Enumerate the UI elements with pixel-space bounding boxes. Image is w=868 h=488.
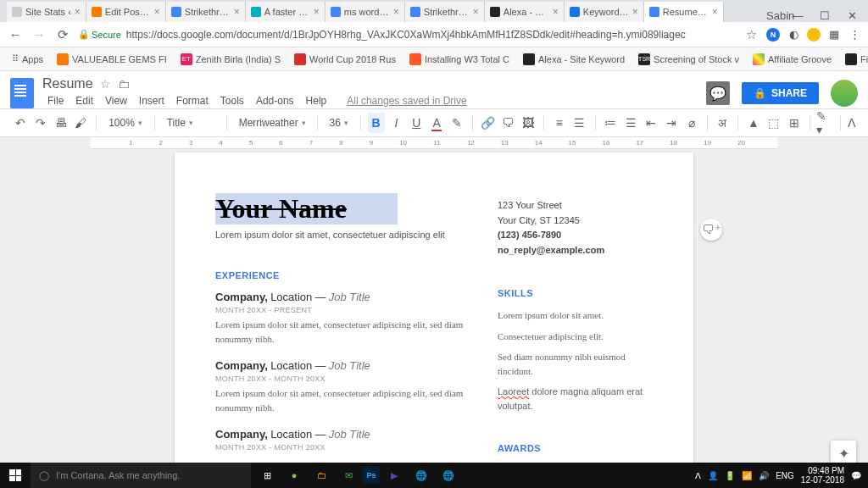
bookmark-item[interactable]: Fixya.com Traffic, De <box>840 52 868 67</box>
toolbar-extra-icon[interactable]: ▲ <box>745 113 762 133</box>
taskbar-app-icon[interactable]: 🗀 <box>309 463 334 488</box>
language-indicator[interactable]: ENG <box>776 471 794 480</box>
ruler[interactable]: 1234567891011121314151617181920 <box>91 137 777 149</box>
changes-saved-label[interactable]: All changes saved in Drive <box>342 93 471 108</box>
decrease-indent-icon[interactable]: ⇤ <box>643 113 659 133</box>
bookmark-item[interactable]: World Cup 2018 Rus <box>289 52 401 67</box>
bookmark-item[interactable]: Installing W3 Total C <box>404 52 515 67</box>
start-button[interactable] <box>0 469 31 481</box>
text-color-button[interactable]: A <box>428 113 445 133</box>
menu-insert[interactable]: Insert <box>134 93 170 108</box>
browser-tab[interactable]: A faster way× <box>246 2 326 22</box>
browser-tab[interactable]: ms word alt× <box>326 2 405 22</box>
spelling-error[interactable]: Laoreet <box>498 386 529 396</box>
close-icon[interactable]: × <box>712 6 718 18</box>
increase-indent-icon[interactable]: ⇥ <box>663 113 680 133</box>
bold-button[interactable]: B <box>368 113 385 133</box>
avatar[interactable] <box>831 80 858 107</box>
browser-tab-active[interactable]: Resume - G× <box>644 2 724 22</box>
cortana-search[interactable]: ◯I'm Cortana. Ask me anything. <box>31 463 251 488</box>
bookmark-item[interactable]: VALUEABLE GEMS FI <box>52 52 172 67</box>
star-icon[interactable]: ☆ <box>743 27 760 42</box>
menu-format[interactable]: Format <box>171 93 214 108</box>
font-select[interactable]: Merriweather <box>234 115 310 130</box>
menu-tools[interactable]: Tools <box>215 93 249 108</box>
comment-icon[interactable]: 🗨 <box>499 113 516 133</box>
browser-tab[interactable]: Keyword Pla× <box>565 2 644 22</box>
tray-chevron-icon[interactable]: ᐱ <box>695 471 701 480</box>
docs-logo-icon[interactable] <box>10 78 34 108</box>
extension-icon[interactable] <box>807 28 821 42</box>
browser-tab[interactable]: Alexa - Site× <box>485 2 565 22</box>
chevron-up-icon[interactable]: ᐱ <box>848 116 856 130</box>
profile-name[interactable]: Sabin <box>758 9 783 22</box>
link-icon[interactable]: 🔗 <box>480 113 497 133</box>
document-title[interactable]: Resume <box>42 76 93 92</box>
taskbar-app-icon[interactable]: ● <box>281 463 307 488</box>
share-button[interactable]: 🔒SHARE <box>742 82 819 104</box>
taskbar-app-icon[interactable]: ▶ <box>381 463 407 488</box>
close-icon[interactable]: × <box>553 6 559 18</box>
image-icon[interactable]: 🖼 <box>520 113 537 133</box>
close-icon[interactable]: × <box>75 6 81 18</box>
italic-button[interactable]: I <box>388 113 405 133</box>
menu-edit[interactable]: Edit <box>70 93 98 108</box>
reload-icon[interactable]: ⟳ <box>54 27 71 42</box>
menu-file[interactable]: File <box>42 93 69 108</box>
apps-shortcut[interactable]: ⠿Apps <box>7 52 48 66</box>
notifications-icon[interactable]: 💬 <box>851 471 861 480</box>
battery-icon[interactable]: 🔋 <box>725 471 735 480</box>
browser-tab[interactable]: Site Stats ‹× <box>7 2 86 22</box>
align-button[interactable]: ≡ <box>551 113 568 133</box>
menu-addons[interactable]: Add-ons <box>251 93 299 108</box>
editing-mode-icon[interactable]: ✎ ▾ <box>816 113 833 133</box>
bookmark-item[interactable]: ETZenith Birla (India) S <box>175 52 286 67</box>
close-window-icon[interactable]: ✕ <box>839 9 865 22</box>
style-select[interactable]: Title <box>162 115 220 130</box>
name-heading-selection[interactable]: Your Name <box>215 193 398 225</box>
close-icon[interactable]: × <box>632 6 638 18</box>
close-icon[interactable]: × <box>473 6 479 18</box>
maximize-icon[interactable]: ☐ <box>812 9 837 22</box>
tray-icon[interactable]: 👤 <box>708 471 718 480</box>
volume-icon[interactable]: 🔊 <box>759 471 769 480</box>
menu-view[interactable]: View <box>100 93 132 108</box>
clock[interactable]: 09:48 PM 12-07-2018 <box>801 466 844 485</box>
extension-icon[interactable]: ▦ <box>827 28 841 42</box>
toolbar-extra-icon[interactable]: ⊞ <box>786 113 803 133</box>
bookmark-item[interactable]: TSRScreening of Stock v <box>633 52 744 67</box>
add-comment-button[interactable]: 🗨⁺ <box>700 219 722 241</box>
browser-tab[interactable]: Strikethroug× <box>166 2 246 22</box>
clear-format-icon[interactable]: ⌀ <box>683 113 700 133</box>
bulleted-list-icon[interactable]: ☰ <box>622 113 639 133</box>
numbered-list-icon[interactable]: ≔ <box>602 113 619 133</box>
highlight-button[interactable]: ✎ <box>448 113 465 133</box>
font-size-select[interactable]: 36 <box>325 115 353 130</box>
line-spacing-button[interactable]: ☰ <box>571 113 588 133</box>
forward-icon[interactable]: → <box>31 27 47 42</box>
task-view-icon[interactable]: ⊞ <box>254 463 280 488</box>
menu-help[interactable]: Help <box>301 93 332 108</box>
folder-icon[interactable]: 🗀 <box>118 77 130 91</box>
close-icon[interactable]: × <box>154 6 160 18</box>
wifi-icon[interactable]: 📶 <box>742 471 752 480</box>
input-tools-icon[interactable]: अ <box>714 113 731 133</box>
document-page[interactable]: 🗨⁺ Your Name Lorem ipsum dolor sit amet,… <box>175 152 693 488</box>
browser-tab[interactable]: Strikethroug× <box>405 2 485 22</box>
taskbar-app-icon[interactable]: 🌐 <box>436 463 461 488</box>
minimize-icon[interactable]: — <box>785 9 810 22</box>
star-icon[interactable]: ☆ <box>100 77 111 91</box>
back-icon[interactable]: ← <box>7 27 24 42</box>
menu-icon[interactable]: ⋮ <box>848 28 861 42</box>
extension-icon[interactable]: ◐ <box>787 28 800 42</box>
print-icon[interactable]: 🖶 <box>53 113 70 133</box>
paint-format-icon[interactable]: 🖌 <box>72 113 89 133</box>
toolbar-extra-icon[interactable]: ⬚ <box>765 113 782 133</box>
bookmark-item[interactable]: Alexa - Site Keyword <box>518 52 630 67</box>
close-icon[interactable]: × <box>314 6 320 18</box>
browser-tab[interactable]: Edit Post ‹ T× <box>86 2 166 22</box>
taskbar-app-icon[interactable]: ✉ <box>336 463 361 488</box>
taskbar-app-icon[interactable]: Ps <box>363 467 380 484</box>
url-input[interactable]: 🔒 Secure https://docs.google.com/documen… <box>78 29 736 41</box>
redo-icon[interactable]: ↷ <box>32 113 49 133</box>
